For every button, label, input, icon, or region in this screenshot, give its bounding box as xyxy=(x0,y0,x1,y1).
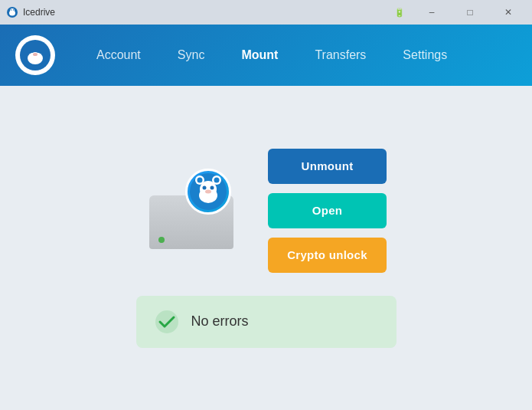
tab-account[interactable]: Account xyxy=(78,42,159,68)
svg-point-15 xyxy=(211,185,214,189)
check-icon xyxy=(155,310,179,334)
svg-point-3 xyxy=(11,9,12,11)
svg-point-19 xyxy=(197,177,203,182)
title-bar: Icedrive 🔋 – □ ✕ xyxy=(0,0,532,25)
open-button[interactable]: Open xyxy=(268,193,387,228)
tab-sync[interactable]: Sync xyxy=(159,42,224,68)
center-area: Unmount Open Crypto unlock xyxy=(145,149,387,273)
title-controls: 🔋 – □ ✕ xyxy=(394,0,526,25)
svg-point-20 xyxy=(214,177,220,182)
nav-bar: Account Sync Mount Transfers Settings xyxy=(0,25,532,86)
app-icon xyxy=(6,6,18,18)
bear-icon xyxy=(189,172,227,211)
svg-point-16 xyxy=(205,189,211,193)
tab-mount[interactable]: Mount xyxy=(223,42,296,68)
minimize-button[interactable]: – xyxy=(414,0,449,25)
svg-point-8 xyxy=(31,50,34,53)
main-content: Unmount Open Crypto unlock No errors xyxy=(0,86,532,410)
close-button[interactable]: ✕ xyxy=(491,0,526,25)
drive-illustration xyxy=(145,165,237,257)
svg-point-4 xyxy=(13,9,15,11)
svg-point-2 xyxy=(10,8,15,13)
status-message: No errors xyxy=(191,313,249,330)
svg-point-9 xyxy=(37,50,40,53)
bear-overlay xyxy=(185,169,231,215)
nav-links: Account Sync Mount Transfers Settings xyxy=(78,42,517,68)
unmount-button[interactable]: Unmount xyxy=(268,149,387,184)
app-logo xyxy=(15,35,55,75)
maximize-button[interactable]: □ xyxy=(452,0,488,25)
app-title: Icedrive xyxy=(23,7,55,18)
svg-point-14 xyxy=(203,185,207,189)
tab-transfers[interactable]: Transfers xyxy=(296,42,384,68)
battery-icon: 🔋 xyxy=(394,8,405,18)
status-bar: No errors xyxy=(136,296,397,348)
buttons-panel: Unmount Open Crypto unlock xyxy=(268,149,387,273)
tab-settings[interactable]: Settings xyxy=(384,42,465,68)
logo-bear xyxy=(18,38,52,72)
crypto-unlock-button[interactable]: Crypto unlock xyxy=(268,238,387,273)
checkmark-svg xyxy=(155,310,179,334)
title-left: Icedrive xyxy=(6,6,55,18)
svg-point-10 xyxy=(33,53,38,56)
